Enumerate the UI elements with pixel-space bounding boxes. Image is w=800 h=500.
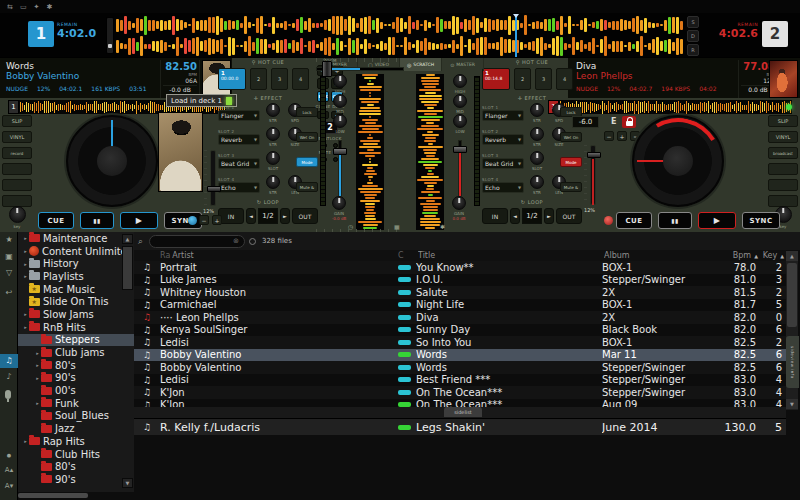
music-library-icon[interactable]: ♫ — [0, 354, 18, 368]
deck1-pitch-slider[interactable] — [204, 150, 220, 206]
search-input[interactable] — [149, 235, 245, 248]
col-title[interactable]: Title — [418, 251, 604, 260]
deck1-play-button[interactable]: ▶ — [120, 212, 158, 229]
col-artist[interactable]: RaArtist — [160, 251, 398, 260]
d2-fx-knob-2-1[interactable] — [530, 127, 544, 141]
tree-item-club-jams[interactable]: ▸Club jams — [18, 346, 134, 359]
sideview-tab[interactable]: sideview info — [786, 336, 799, 388]
deck2-pitch-handle[interactable] — [587, 152, 601, 158]
d1-hotcue-4[interactable]: 4 — [292, 68, 309, 90]
d1-fx-select-4[interactable]: Echo▼ — [218, 182, 260, 193]
deck2-mid-knob[interactable] — [453, 94, 467, 108]
col-album[interactable]: Album — [604, 251, 716, 260]
tree-item-maintenance[interactable]: ▸Maintenance — [18, 232, 134, 245]
d1-SLIP-button[interactable]: SLIP — [2, 115, 32, 127]
expand-icon[interactable]: ▸ — [22, 311, 29, 317]
crossfader-handle[interactable] — [322, 61, 332, 77]
deck2-pitch-slider[interactable] — [584, 145, 600, 205]
expand-icon[interactable]: ▸ — [34, 400, 41, 406]
track-row-11[interactable]: ♫K'JonOn The Ocean***Stepper/Swinger83.0… — [134, 386, 786, 399]
deck2-loop-double-button[interactable]: ► — [544, 208, 554, 224]
wave-zoom-slider[interactable] — [106, 17, 114, 54]
wave-r-button[interactable]: R — [687, 44, 699, 56]
expand-icon[interactable]: ▸ — [22, 248, 29, 254]
wave-s-button[interactable]: S — [687, 16, 699, 28]
d2-fx-select-1[interactable]: Flanger▼ — [482, 110, 524, 121]
deck2-play-button[interactable]: ▶ — [698, 212, 736, 229]
expand-icon[interactable]: ▸ — [22, 261, 29, 267]
wave-d-button[interactable]: D — [687, 30, 699, 42]
deck2-cue-button[interactable]: CUE — [616, 212, 652, 229]
tree-item-slide-on-this[interactable]: Slide On This — [18, 295, 134, 308]
track-row-2[interactable]: ♫Luke JamesI.O.U.Stepper/Swinger81.03 — [134, 274, 786, 287]
grid-icon[interactable]: ▦ — [394, 223, 400, 230]
d1-fx-select-2[interactable]: Reverb▼ — [218, 134, 260, 145]
font-smaller-icon[interactable]: A▾ — [0, 482, 18, 490]
genres-icon[interactable]: ♪ — [0, 372, 18, 381]
d2-blank-4-button[interactable] — [768, 179, 798, 191]
deck2-volume-handle[interactable] — [453, 146, 467, 153]
d1-blank-3-button[interactable] — [2, 163, 32, 175]
tree-item-funk[interactable]: ▸Funk — [18, 397, 134, 410]
list-scroll-up[interactable]: ▲ — [786, 251, 798, 261]
favorites-icon[interactable]: ★ — [0, 235, 18, 244]
d1-record-button[interactable]: record — [2, 147, 32, 159]
tree-item-steppers[interactable]: Steppers — [18, 334, 134, 347]
deck2-high-knob[interactable] — [453, 74, 467, 88]
list-scroll-down[interactable]: ▼ — [786, 399, 798, 409]
d2-fx-mode-button[interactable]: Mode — [560, 157, 582, 167]
deck1-pitch-minus-button[interactable]: − — [199, 215, 209, 225]
tree-scroll-up[interactable]: ▲ — [122, 234, 133, 244]
d2-fx-knob-1-1[interactable] — [530, 103, 544, 117]
d2-blank-3-button[interactable] — [768, 163, 798, 175]
tree-item-90-s[interactable]: ▸90's — [18, 372, 134, 385]
d1-fx-select-3[interactable]: Beat Grid▼ — [218, 158, 260, 169]
tree-scroll-thumb[interactable] — [122, 246, 133, 290]
d1-fx-mute-button[interactable]: Mute & — [296, 182, 318, 192]
tree-item-90-s[interactable]: 90's — [18, 473, 134, 486]
search-clear-icon[interactable]: ⊗ — [233, 237, 239, 245]
d1-fx-knob-2-1[interactable] — [266, 127, 280, 141]
tree-item-mac-music[interactable]: Mac Music — [18, 283, 134, 296]
d2-VINYL-button[interactable]: VINYL — [768, 131, 798, 143]
track-row-9[interactable]: ♫Bobby ValentinoWordsStepper/Swinger82.5… — [134, 361, 786, 374]
expand-icon[interactable]: ▸ — [22, 273, 29, 279]
track-row-10[interactable]: ♫LedisiBest Friend ***Stepper/Swinger83.… — [134, 374, 786, 387]
d2-fx-select-3[interactable]: Beat Grid▼ — [482, 158, 524, 169]
deck1-gain-knob[interactable] — [332, 196, 346, 210]
font-bigger-icon[interactable]: A▴ — [0, 466, 18, 474]
d1-fx-knob-1-1[interactable] — [266, 103, 280, 117]
d2-fx-weton-button[interactable]: Wet On — [560, 132, 582, 142]
deck2-hotcue-1[interactable]: 100:14.8 — [482, 68, 510, 90]
deck1-high-knob[interactable] — [333, 74, 347, 88]
tab-scratch[interactable]: ◎SCRATCH — [400, 58, 442, 71]
deck2-low-knob[interactable] — [453, 114, 467, 128]
karaoke-mic-icon[interactable] — [5, 390, 11, 399]
deck2-stutter-button[interactable]: ▮▮ — [658, 212, 692, 229]
track-row-3[interactable]: ♫Whitney HoustonSalute2X81.52 — [134, 286, 786, 299]
col-cover[interactable]: C — [398, 251, 416, 260]
folders-icon[interactable]: ▣ — [0, 252, 18, 261]
expand-icon[interactable]: ▸ — [34, 375, 41, 381]
deck2-pitch-plus-button[interactable]: + — [617, 131, 627, 141]
deck1-loop-double-button[interactable]: ► — [280, 208, 290, 224]
deck2-loop-half-button[interactable]: ◄ — [510, 208, 520, 224]
deck2-jog-wheel[interactable] — [632, 115, 724, 207]
deck1-loop-out-button[interactable]: OUT — [292, 208, 318, 224]
expand-icon[interactable]: ▸ — [22, 438, 29, 444]
history-back-icon[interactable]: ↩ — [0, 288, 18, 297]
d1-fx-knob-4-1[interactable] — [266, 175, 280, 189]
deck1-low-knob[interactable] — [333, 114, 347, 128]
d2-fx-select-2[interactable]: Reverb▼ — [482, 134, 524, 145]
track-row-8[interactable]: ♫Bobby ValentinoWordsMar 1182.56 — [134, 349, 786, 362]
tree-item-history[interactable]: ▸History — [18, 257, 134, 270]
dot-icon[interactable]: ● — [0, 452, 18, 458]
d2-hotcue-3[interactable]: 3 — [535, 68, 552, 90]
d1-hotcue-3[interactable]: 3 — [271, 68, 288, 90]
deck1-hotcue-1[interactable]: 100:00.0 — [218, 68, 246, 90]
d2-broadcast-button[interactable]: broadcast — [768, 147, 798, 159]
d1-fx-knob-3-1[interactable] — [266, 151, 280, 165]
deck2-pitch-lock-button[interactable] — [622, 116, 636, 128]
d1-fx-mode-button[interactable]: Mode — [296, 157, 318, 167]
tree-scroll-down[interactable]: ▼ — [122, 478, 133, 488]
